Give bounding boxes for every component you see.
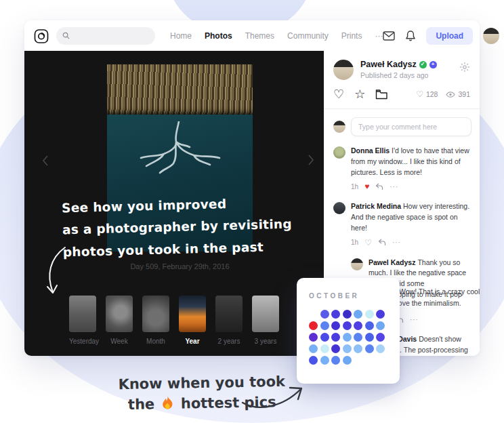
user-avatar[interactable] xyxy=(483,28,499,44)
thumbnail-image[interactable] xyxy=(215,296,243,332)
search-input[interactable] xyxy=(74,32,155,40)
prev-photo-chevron-icon[interactable] xyxy=(42,155,49,167)
calendar-day-dot xyxy=(320,321,329,330)
thumbnail-image[interactable] xyxy=(142,296,169,332)
comment: Donna Ellis I'd love to have that view f… xyxy=(333,146,470,193)
page: HomePhotosThemesCommunityPrints··· Uploa… xyxy=(0,0,504,425)
comment-like-heart-icon[interactable]: ♡ xyxy=(364,237,372,249)
notifications-bell-icon[interactable] xyxy=(405,30,416,42)
favorite-star-icon[interactable]: ☆ xyxy=(354,88,365,100)
views-eye-icon xyxy=(446,92,455,98)
thumbnail-image[interactable] xyxy=(252,296,279,332)
thumbnail-image[interactable] xyxy=(179,296,206,332)
thumbnail-2years[interactable]: 2 years xyxy=(215,296,243,345)
author-avatar[interactable] xyxy=(333,60,354,80)
search-bar[interactable] xyxy=(56,27,155,45)
commenter-avatar[interactable] xyxy=(333,146,345,159)
thumbnail-week[interactable]: Week xyxy=(106,296,133,345)
nav-menu: HomePhotosThemesCommunityPrints··· xyxy=(170,31,383,41)
comment-reply-icon[interactable] xyxy=(375,183,383,190)
app-logo-icon[interactable] xyxy=(33,28,49,44)
nav-item-photos[interactable]: Photos xyxy=(205,31,232,41)
partially-hidden-comment: r Wow! That is a crazy cool Love the min… xyxy=(394,286,480,309)
calendar-day-dot xyxy=(320,356,329,365)
settings-gear-icon[interactable] xyxy=(459,62,470,73)
author-name[interactable]: Paweł Kadysz xyxy=(360,60,417,69)
calendar-day-dot xyxy=(376,310,385,319)
follow-plus-badge-icon[interactable]: + xyxy=(429,61,437,68)
nav-item-community[interactable]: Community xyxy=(287,31,329,41)
comment-more-icon[interactable]: ··· xyxy=(392,237,401,247)
comment-like-heart-icon[interactable]: ♥ xyxy=(364,180,369,193)
calendar-day-dot xyxy=(365,344,374,353)
thumbnail-image[interactable] xyxy=(106,296,133,332)
thumbnail-label: Week xyxy=(106,338,133,345)
published-time: Published 2 days ago xyxy=(360,71,437,79)
thumbnail-label: Month xyxy=(142,338,169,345)
nav-item-more[interactable]: ··· xyxy=(375,31,383,41)
comment-body: Patrick Medina How very interesting. And… xyxy=(351,201,470,248)
commenter-avatar[interactable] xyxy=(333,202,345,214)
calendar-day-dot xyxy=(376,321,385,330)
thumbnail-yesterday[interactable]: Yesterday xyxy=(69,296,96,345)
thumbnail-label: 2 years xyxy=(215,338,243,345)
calendar-dot-row xyxy=(309,343,400,355)
calendar-day-dot xyxy=(331,321,340,330)
likes-heart-icon: ♡ xyxy=(416,89,423,99)
comment-body: Donna Ellis I'd love to have that view f… xyxy=(351,146,470,193)
comment-time: 1h xyxy=(351,182,358,192)
calendar-day-dot xyxy=(309,344,318,353)
promo-arrow-down-icon xyxy=(38,245,73,300)
upload-button[interactable]: Upload xyxy=(426,27,473,45)
thumbnail-3years[interactable]: 3 years xyxy=(252,296,279,345)
comment-author[interactable]: Patrick Medina xyxy=(351,202,403,210)
comment-author[interactable]: Pawel Kadysz xyxy=(369,258,417,266)
calendar-day-dot xyxy=(331,344,340,353)
calendar-day-dot xyxy=(331,333,340,342)
calendar-day-dot xyxy=(365,333,374,342)
nav-item-home[interactable]: Home xyxy=(170,31,192,41)
thumbnail-label: 3 years xyxy=(252,338,279,345)
thumbnail-year[interactable]: Year xyxy=(179,296,206,345)
timeline-thumbnails: YesterdayWeekMonthYear2 years3 years xyxy=(69,296,279,345)
comment-time: 1h xyxy=(351,237,358,247)
photo-ice-branch xyxy=(126,121,228,189)
nav-item-themes[interactable]: Themes xyxy=(245,31,274,41)
calendar-day-dot xyxy=(320,344,329,353)
comment-meta: 1h♥··· xyxy=(351,180,470,193)
nav-item-prints[interactable]: Prints xyxy=(341,31,362,41)
add-to-collection-folder-icon[interactable] xyxy=(375,89,388,100)
photo-author-header: Paweł Kadysz ✓ + Published 2 days ago xyxy=(324,51,480,84)
comment: Patrick Medina How very interesting. And… xyxy=(333,201,470,248)
calendar-day-dot xyxy=(343,321,352,330)
views-count: 391 xyxy=(446,90,470,98)
calendar-day-dot xyxy=(343,344,352,353)
comment-more-icon[interactable]: ··· xyxy=(390,182,398,192)
comment-reply-icon[interactable] xyxy=(378,239,386,246)
verified-badge-icon: ✓ xyxy=(419,61,427,68)
calendar-day-dot xyxy=(365,310,374,319)
calendar-day-dot xyxy=(309,333,318,342)
calendar-day-dot xyxy=(354,321,362,330)
comment-input[interactable] xyxy=(351,117,471,136)
messages-icon[interactable] xyxy=(383,31,395,41)
comment-author[interactable]: Donna Ellis xyxy=(351,146,392,155)
commenter-avatar[interactable] xyxy=(351,258,363,270)
search-icon xyxy=(62,32,70,39)
thumbnail-label: Yesterday xyxy=(69,338,96,345)
calendar-day-dot xyxy=(343,310,352,319)
calendar-day-dot xyxy=(331,310,340,319)
like-heart-icon[interactable]: ♡ xyxy=(333,88,344,100)
calendar-dot-row xyxy=(309,320,400,331)
thumbnail-image[interactable] xyxy=(69,296,96,332)
calendar-day-dot xyxy=(365,321,374,330)
thumbnail-month[interactable]: Month xyxy=(142,296,169,345)
calendar-day-dot xyxy=(354,333,362,342)
calendar-day-dot xyxy=(354,310,362,319)
calendar-dot-row xyxy=(309,355,400,366)
next-photo-chevron-icon[interactable] xyxy=(308,154,314,166)
calendar-dot-row xyxy=(309,308,400,320)
photo-date-caption: Day 509, February 29th, 2016 xyxy=(87,262,273,270)
comment-more-icon[interactable]: ··· xyxy=(410,315,419,325)
current-user-avatar xyxy=(333,121,345,133)
